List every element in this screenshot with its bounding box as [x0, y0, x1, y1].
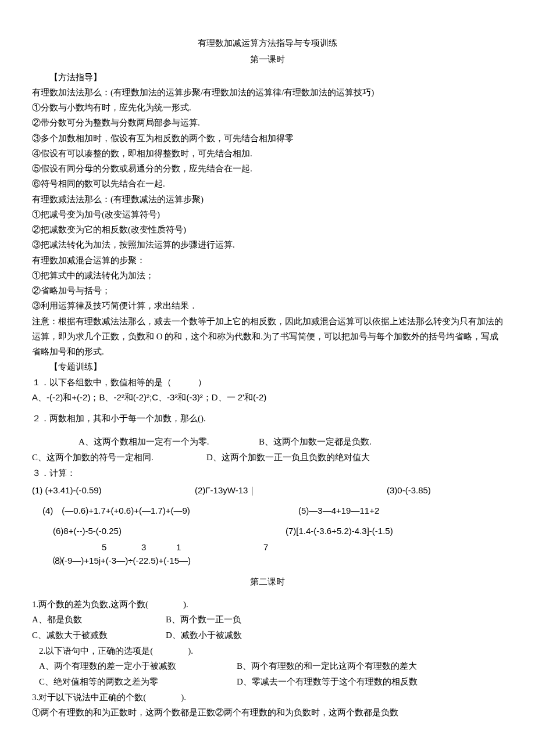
method-line-4: ③多个加数相加时，假设有互为相反数的两个数，可先结合相加得零: [32, 131, 503, 146]
s2q1-option-b: B、两个数一正一负: [166, 612, 241, 628]
method-line-14: ②省略加号与括号；: [32, 283, 503, 298]
method-line-11: ③把减法转化为加法，按照加法运算的步骤进行运算.: [32, 237, 503, 252]
method-line-16: 注意：根据有理数减法法那么，减去一个数等于加上它的相反数，因此加减混合运算可以依…: [32, 314, 503, 360]
q3-item-7: (7)[1.4-(-3.6+5.2)-4.3]-(-1.5): [286, 523, 393, 539]
s2q2-option-d: D、零减去一个有理数等于这个有理数的相反数: [237, 674, 418, 690]
lesson-2-heading: 第二课时: [32, 574, 503, 590]
question-2-option-a: A、这两个数相加一定有一个为零.: [79, 434, 259, 450]
question-3: ３．计算：: [32, 465, 503, 481]
question-2-option-d: D、这两个加数一正一负且负数的绝对值大: [206, 450, 370, 465]
q3-item-3: (3)0-(-3.85): [387, 482, 431, 498]
method-line-10: ②把减数变为它的相反数(改变性质符号): [32, 222, 503, 237]
s2q2-option-b: B、两个有理数的和一定比这两个有理数的差大: [237, 658, 417, 674]
method-line-8: 有理数减法法那么：(有理数减法的运算步聚): [32, 192, 503, 207]
method-line-7: ⑥符号相同的数可以先结合在一起.: [32, 176, 503, 191]
s2q2-option-c: C、绝对值相等的两数之差为零: [39, 674, 237, 690]
q3-item-5: (5)—3—4+19—11+2: [298, 503, 379, 518]
s2q2-option-a: A、两个有理数的差一定小于被减数: [39, 658, 237, 674]
q3-item-4: (4) (—0.6)+1.7+(+0.6)+(—1.7)+(—9): [42, 503, 298, 518]
s2q1-option-a: A、都是负数: [32, 612, 166, 628]
method-line-1: 有理数加法法那么：(有理数加法的运算步聚/有理数加法的运算律/有理数加法的运算技…: [32, 85, 503, 100]
question-2-option-c: C、这两个加数的符号一定相同.: [32, 450, 206, 465]
method-line-15: ③利用运算律及技巧简便计算，求出结果．: [32, 298, 503, 313]
s2-question-1: 1.两个数的差为负数,这两个数( ).: [32, 597, 503, 612]
lesson-1-heading: 第一课时: [32, 52, 503, 67]
q3-item-8: ⑻(-9—)+15j+(-3—)÷(-22.5)+(-15—): [32, 553, 503, 568]
q3-item-2: (2)Γ-13yW-13｜: [195, 482, 387, 498]
document-title: 有理数加减运算方法指导与专项训练: [32, 35, 503, 52]
q3-8-frac-d: 7: [263, 542, 268, 553]
question-1-options: A、-(-2)和+(-2)；B、-2²和(-2)²;C、-3²和(-3)²；D、…: [32, 390, 503, 405]
q3-item-1: (1) (+3.41)-(-0.59): [32, 482, 195, 498]
question-2-option-b: B、这两个加数一定都是负数.: [259, 434, 372, 450]
method-line-2: ①分数与小数均有时，应先化为统一形式.: [32, 100, 503, 115]
q3-8-frac-a: 5: [102, 542, 141, 553]
method-line-6: ⑤假设有同分母的分数或易通分的分数，应先结合在一起.: [32, 161, 503, 176]
method-line-3: ②带分数可分为整数与分数两局部参与运算.: [32, 115, 503, 130]
q3-8-frac-b: 3: [141, 542, 176, 553]
s2q1-option-c: C、减数大于被减数: [32, 628, 166, 643]
section-train-heading: 【专题训练】: [32, 359, 503, 374]
method-line-12: 有理数加减混合运算的步聚：: [32, 253, 503, 268]
method-line-13: ①把算式中的减法转化为加法；: [32, 268, 503, 283]
q3-item-6: (6)8+(--)-5-(-0.25): [53, 523, 286, 539]
q3-8-frac-c: 1: [176, 542, 263, 553]
s2-question-3: 3.对于以下说法中正确的个数( ).: [32, 690, 503, 705]
s2-question-2: 2.以下语句中，正确的选项是( ).: [32, 643, 503, 658]
question-2: ２．两数相加，其和小于每一个加数，那么().: [32, 411, 503, 426]
method-line-9: ①把减号变为加号(改变运算符号): [32, 207, 503, 222]
section-method-heading: 【方法指导】: [32, 70, 503, 85]
method-line-5: ④假设有可以凑整的数，即相加得整数时，可先结合相加.: [32, 146, 503, 161]
question-1: １．以下各组数中，数值相等的是（ ）: [32, 375, 503, 390]
s2-question-3-line1: ①两个有理数的和为正数时，这两个数都是正数②两个有理数的和为负数时，这两个数都是…: [32, 705, 503, 720]
s2q1-option-d: D、减数小于被减数: [166, 628, 242, 643]
